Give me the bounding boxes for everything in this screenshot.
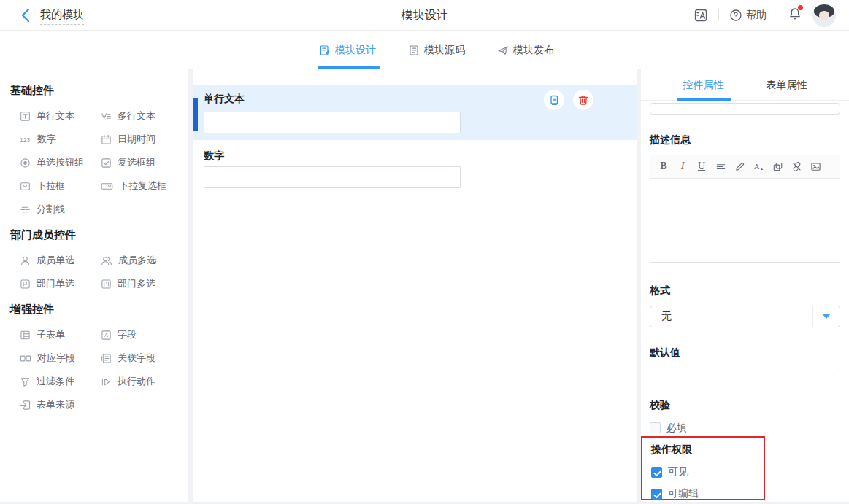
- rich-text-toolbar: B I U A: [650, 155, 840, 179]
- default-value-input[interactable]: [650, 368, 840, 389]
- run-action-icon: [101, 376, 112, 387]
- number-123-icon: 123: [20, 134, 31, 145]
- checkbox-icon: [101, 158, 112, 168]
- property-panel: 控件属性 表单属性 描述信息 B I U A 格式: [641, 69, 849, 502]
- tab-label: 模块源码: [424, 44, 465, 57]
- translate-icon[interactable]: [694, 8, 708, 23]
- funnel-icon: [20, 376, 31, 387]
- people-icon: [101, 255, 112, 266]
- canvas-field-single-line-text-selected[interactable]: 单行文本: [193, 85, 637, 140]
- required-checkbox-row[interactable]: 必填: [650, 422, 840, 435]
- form-canvas[interactable]: 单行文本 数字: [193, 69, 637, 502]
- tab-form-properties[interactable]: 表单属性: [767, 69, 807, 100]
- description-rich-text-editor[interactable]: B I U A: [650, 155, 840, 263]
- property-panel-body: 描述信息 B I U A 格式 无 默: [641, 101, 849, 435]
- palette-item-number[interactable]: 123 数字: [10, 133, 91, 145]
- help-label: 帮助: [746, 9, 767, 22]
- palette-item-radio-group[interactable]: 单选按钮组: [10, 157, 91, 168]
- property-tabs: 控件属性 表单属性: [641, 69, 849, 101]
- department-icon: [20, 279, 31, 290]
- palette-item-datetime[interactable]: 日期时间: [91, 133, 183, 145]
- bell-icon[interactable]: [788, 7, 802, 24]
- field-a-icon: A: [101, 330, 112, 341]
- palette-item-multi-select[interactable]: 下拉复选框: [91, 180, 183, 192]
- form-source-icon: [20, 400, 31, 411]
- top-right-actions: 帮助: [694, 0, 836, 31]
- permissions-label: 操作权限: [651, 443, 764, 457]
- dropdown-multi-icon: [101, 181, 113, 192]
- single-line-text-input[interactable]: [204, 112, 461, 133]
- help-button[interactable]: 帮助: [729, 9, 767, 22]
- tab-label: 模块设计: [335, 44, 376, 57]
- notification-dot: [798, 5, 803, 10]
- palette-item-divider[interactable]: 分割线: [10, 203, 91, 215]
- palette-item-form-source[interactable]: 表单来源: [10, 399, 91, 411]
- editable-checkbox-row[interactable]: 可编辑: [651, 487, 764, 500]
- basic-widgets-grid: 单行文本 多行文本 123 数字 日期时间 单选按钮组 复选框组: [10, 110, 183, 215]
- required-checkbox[interactable]: [650, 422, 661, 433]
- palette-item-dept-multi[interactable]: 部门多选: [91, 278, 183, 290]
- tab-label: 模块发布: [513, 44, 554, 57]
- selection-bar: [193, 98, 198, 131]
- svg-text:A: A: [754, 163, 760, 171]
- palette-item-multi-line-text[interactable]: 多行文本: [91, 110, 183, 122]
- number-input[interactable]: [204, 166, 461, 188]
- pencil-icon[interactable]: [732, 158, 747, 174]
- title-input-partially-visible[interactable]: [650, 103, 840, 115]
- multi-line-text-icon: [101, 111, 112, 122]
- svg-text:123: 123: [20, 136, 30, 144]
- align-icon[interactable]: [713, 158, 728, 174]
- palette-item-single-line-text[interactable]: 单行文本: [10, 110, 91, 122]
- widget-palette: 基础控件 单行文本 多行文本 123 数字 日期时间 单选按钮组: [0, 69, 188, 502]
- department-multi-icon: [101, 279, 112, 290]
- palette-item-member-multi[interactable]: 成员多选: [91, 255, 183, 266]
- palette-item-select[interactable]: 下拉框: [10, 180, 91, 192]
- tab-module-source[interactable]: 模块源码: [408, 31, 465, 69]
- editable-checkbox[interactable]: [651, 489, 662, 500]
- divider: [718, 9, 719, 21]
- palette-item-member-single[interactable]: 成员单选: [10, 255, 91, 266]
- image-icon[interactable]: [808, 158, 823, 174]
- underline-button[interactable]: U: [694, 158, 709, 174]
- description-label: 描述信息: [650, 133, 840, 147]
- chevron-down-icon: [822, 314, 831, 319]
- palette-item-filter[interactable]: 过滤条件: [10, 376, 91, 387]
- palette-item-related-field[interactable]: 关联字段: [91, 352, 183, 364]
- palette-item-action[interactable]: 执行动作: [91, 376, 183, 387]
- svg-text:A: A: [104, 332, 108, 338]
- tab-widget-properties[interactable]: 控件属性: [683, 69, 724, 100]
- top-bar: 我的模块 模块设计 帮助: [0, 0, 849, 31]
- unlink-icon[interactable]: [789, 158, 804, 174]
- italic-button[interactable]: I: [675, 158, 690, 174]
- validation-label: 校验: [650, 399, 840, 412]
- copy-icon[interactable]: [770, 158, 785, 174]
- description-editor-area[interactable]: [650, 179, 840, 263]
- font-color-icon[interactable]: A: [751, 158, 766, 174]
- avatar[interactable]: [812, 4, 836, 27]
- format-selected-value: 无: [650, 310, 672, 323]
- edit-document-icon: [319, 44, 331, 56]
- designer-toolbar: 模块设计 模块源码 模块发布 预览 保存: [0, 31, 849, 69]
- paper-plane-icon: [497, 44, 509, 56]
- visible-checkbox[interactable]: [651, 467, 662, 478]
- bold-button[interactable]: B: [656, 158, 671, 174]
- dropdown-icon: [20, 181, 31, 192]
- visible-checkbox-row[interactable]: 可见: [651, 465, 764, 478]
- palette-item-subform[interactable]: 子表单: [10, 329, 91, 341]
- palette-item-dept-single[interactable]: 部门单选: [10, 278, 91, 290]
- format-label: 格式: [650, 284, 840, 298]
- radio-icon: [20, 158, 31, 168]
- delete-field-button[interactable]: [573, 90, 593, 110]
- divider-lines-icon: [20, 204, 31, 215]
- palette-item-mapped-field[interactable]: 对应字段: [10, 352, 91, 364]
- canvas-field-number[interactable]: 数字: [193, 150, 637, 198]
- member-widgets-grid: 成员单选 成员多选 部门单选 部门多选: [10, 255, 183, 290]
- tab-module-publish[interactable]: 模块发布: [497, 31, 554, 69]
- copy-field-button[interactable]: [544, 90, 564, 110]
- format-select[interactable]: 无: [650, 306, 840, 327]
- palette-item-field[interactable]: A 字段: [91, 329, 183, 341]
- palette-item-checkbox-group[interactable]: 复选框组: [91, 157, 183, 168]
- tab-module-design[interactable]: 模块设计: [319, 31, 376, 69]
- section-title-enhanced: 增强控件: [10, 303, 183, 317]
- default-value-label: 默认值: [650, 346, 840, 360]
